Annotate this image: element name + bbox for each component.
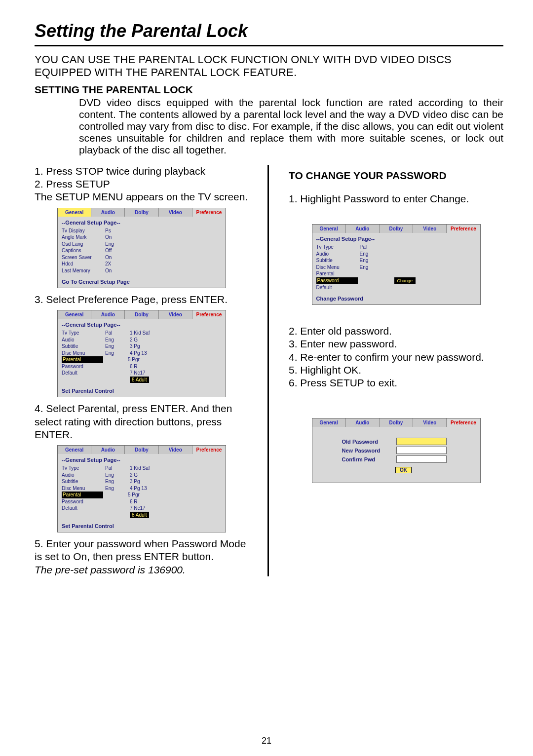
step-3: 3. Select Preference Page, press ENTER. bbox=[35, 293, 249, 306]
figure-heading: --General Setup Page-- bbox=[312, 233, 480, 244]
tab-general: General bbox=[58, 446, 91, 454]
setup-row: Disc MenuEng4 Pg 13 bbox=[62, 350, 222, 357]
page-title: Setting the Parental Lock bbox=[35, 20, 503, 46]
figure-footer: Change Password bbox=[312, 293, 480, 304]
figure-footer: Go To General Setup Page bbox=[58, 276, 226, 288]
setup-row: Password6 R bbox=[62, 498, 222, 505]
step-1: 1. Press STOP twice during playback bbox=[35, 165, 249, 178]
tab-preference: Preference bbox=[447, 225, 480, 233]
setup-figure-3: General Audio Dolby Video Preference --G… bbox=[57, 445, 226, 532]
setup-row: Default7 Nc17 bbox=[62, 370, 222, 377]
setup-row: Parental bbox=[316, 270, 476, 277]
setup-row: Tv TypePal1 Kid Saf bbox=[62, 330, 222, 337]
figure-footer: Set Parental Control bbox=[58, 385, 226, 397]
step-5: 5. Enter your password when Password Mod… bbox=[35, 537, 249, 564]
setup-row: Tv TypePal bbox=[316, 244, 476, 251]
setup-row: Screen SaverOn bbox=[62, 254, 222, 261]
setup-row: AudioEng2 G bbox=[62, 337, 222, 343]
new-password-label: New Password bbox=[342, 448, 396, 454]
tab-general: General bbox=[58, 208, 91, 217]
tab-preference: Preference bbox=[192, 446, 226, 454]
figure-footer: Set Parental Control bbox=[58, 520, 226, 532]
section-heading-2: TO CHANGE YOUR PASSWORD bbox=[289, 170, 503, 182]
tab-audio: Audio bbox=[346, 225, 380, 233]
setup-row: Tv DisplayPs bbox=[62, 227, 222, 234]
tab-dolby: Dolby bbox=[125, 208, 158, 217]
r-step-5: 5. Highlight OK. bbox=[289, 364, 503, 377]
section-paragraph: DVD video discs equipped with the parent… bbox=[35, 97, 503, 156]
tab-audio: Audio bbox=[91, 310, 125, 319]
confirm-password-field bbox=[396, 455, 447, 463]
tab-dolby: Dolby bbox=[380, 225, 413, 233]
ok-button: OK bbox=[395, 467, 412, 473]
intro-text: YOU CAN USE THE PARENTAL LOCK FUNCTION O… bbox=[35, 53, 503, 79]
tab-dolby: Dolby bbox=[125, 310, 158, 319]
setup-row: Disc MenuEng4 Pg 13 bbox=[62, 485, 222, 492]
setup-figure-4: General Audio Dolby Video Preference --G… bbox=[312, 224, 481, 305]
setup-row: AudioEng2 G bbox=[62, 472, 222, 479]
setup-row: Parental5 Pgr bbox=[62, 491, 222, 498]
section-heading-1: SETTING THE PARENTAL LOCK bbox=[35, 84, 503, 96]
confirm-password-label: Confirm Pwd bbox=[342, 456, 396, 462]
tab-general: General bbox=[312, 418, 346, 427]
setup-figure-1: General Audio Dolby Video Preference --G… bbox=[57, 208, 226, 289]
tab-audio: Audio bbox=[346, 418, 380, 427]
tab-preference: Preference bbox=[447, 418, 480, 427]
setup-row: SubtitleEng3 Pg bbox=[62, 478, 222, 485]
r-step-4: 4. Re-enter to confirm your new password… bbox=[289, 351, 503, 364]
setup-row: Password6 R bbox=[62, 363, 222, 370]
step-4: 4. Select Parental, press ENTER. And the… bbox=[35, 402, 249, 441]
setup-row: Default bbox=[316, 284, 476, 291]
setup-row: Parental5 Pgr bbox=[62, 356, 222, 363]
tab-preference: Preference bbox=[192, 310, 226, 319]
r-step-1: 1. Highlight Password to enter Change. bbox=[289, 192, 503, 205]
tab-audio: Audio bbox=[91, 446, 125, 454]
setup-row: PasswordChange bbox=[316, 277, 476, 284]
r-step-2: 2. Enter old password. bbox=[289, 325, 503, 338]
setup-row: SubtitleEng3 Pg bbox=[62, 343, 222, 350]
tab-general: General bbox=[312, 225, 346, 233]
setup-row: Disc MenuEng bbox=[316, 264, 476, 271]
page-number: 21 bbox=[0, 736, 533, 746]
tab-dolby: Dolby bbox=[380, 418, 413, 427]
tab-video: Video bbox=[413, 225, 447, 233]
tab-video: Video bbox=[159, 310, 192, 319]
figure-heading: --General Setup Page-- bbox=[58, 454, 226, 465]
step-2b: The SETUP MENU appears on the TV screen. bbox=[35, 190, 249, 203]
tab-video: Video bbox=[159, 208, 192, 217]
figure-heading: --General Setup Page-- bbox=[58, 217, 226, 227]
r-step-6: 6. Press SETUP to exit. bbox=[289, 377, 503, 389]
tab-preference: Preference bbox=[192, 208, 226, 217]
step-2: 2. Press SETUP bbox=[35, 178, 249, 190]
setup-row: Last MemoryOn bbox=[62, 267, 222, 274]
password-figure: General Audio Dolby Video Preference Old… bbox=[312, 418, 481, 483]
setup-row: Default7 Nc17 bbox=[62, 505, 222, 512]
password-note: The pre-set password is 136900. bbox=[35, 564, 249, 576]
tab-video: Video bbox=[159, 446, 192, 454]
setup-row: AudioEng bbox=[316, 251, 476, 258]
setup-row: CaptionsOff bbox=[62, 247, 222, 254]
setup-row: SubtitleEng bbox=[316, 257, 476, 264]
setup-row: Osd LangEng bbox=[62, 241, 222, 248]
r-step-3: 3. Enter new password. bbox=[289, 338, 503, 350]
tab-audio: Audio bbox=[91, 208, 125, 217]
setup-row: Tv TypePal1 Kid Saf bbox=[62, 465, 222, 472]
old-password-field bbox=[396, 438, 447, 445]
tab-video: Video bbox=[413, 418, 447, 427]
tab-general: General bbox=[58, 310, 91, 319]
tab-dolby: Dolby bbox=[125, 446, 158, 454]
figure-heading: --General Setup Page-- bbox=[58, 319, 226, 330]
new-password-field bbox=[396, 447, 447, 454]
setup-row: Angle MarkOn bbox=[62, 234, 222, 241]
setup-figure-2: General Audio Dolby Video Preference --G… bbox=[57, 310, 226, 397]
old-password-label: Old Password bbox=[342, 439, 396, 445]
setup-row: Hdcd2X bbox=[62, 261, 222, 267]
